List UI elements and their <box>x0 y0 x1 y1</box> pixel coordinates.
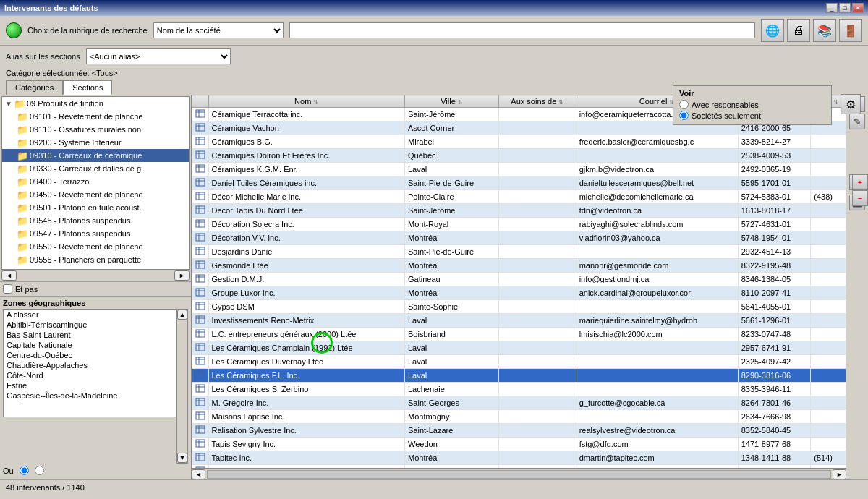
tree-item-09200[interactable]: 📁 09200 - Systeme Intérieur <box>2 136 189 149</box>
table-row[interactable]: Décor Michelle Marie inc. Pointe-Claire … <box>192 190 846 204</box>
exit-icon-button[interactable]: 🚪 <box>839 19 862 42</box>
geo-item-gaspesie[interactable]: Gaspésie--Îles-de-la-Madeleine <box>4 391 176 401</box>
table-row[interactable]: Tony Céramique Terrebonne 5638-6881-01 <box>192 465 846 469</box>
expand-icon-09[interactable]: ▼ <box>5 100 14 108</box>
delete-record-button[interactable]: + <box>852 174 868 190</box>
table-row[interactable]: Céramiques K.G.M. Enr. Laval gjkm.b@vide… <box>192 163 846 176</box>
geo-item-abitibi[interactable]: Abitibi-Témiscamingue <box>4 320 176 330</box>
cell-tel <box>811 218 846 231</box>
et-radio[interactable] <box>35 466 44 475</box>
cell-nom: Céramique Terracotta inc. <box>208 108 405 121</box>
tree-scroll-right[interactable]: ► <box>174 270 190 281</box>
geo-scroll-down[interactable]: ▼ <box>177 453 187 463</box>
table-row[interactable]: Tapis Sevigny Inc. Weedon fstg@dfg.com 1… <box>192 438 846 451</box>
tree-item-09547[interactable]: 📁 09547 - Plafonds suspendus <box>2 227 189 240</box>
svg-rect-30 <box>196 247 205 255</box>
folder-icon-09: 📁 <box>14 98 25 109</box>
cell-tel <box>811 176 846 190</box>
ou-radio[interactable] <box>20 466 29 475</box>
voir-radio-responsables[interactable] <box>679 100 689 109</box>
hscroll-left[interactable]: ◄ <box>192 469 205 479</box>
table-row[interactable]: Les Céramiques Duvernay Ltée Laval 2325-… <box>192 355 846 369</box>
book-icon-button[interactable]: 📚 <box>813 19 836 42</box>
tree-item-09550[interactable]: 📁 09550 - Revetement de planche <box>2 240 189 253</box>
geo-item-capitale[interactable]: Capitale-Nationale <box>4 340 176 350</box>
table-row[interactable]: Ralisation Sylvestre Inc. Saint-Lazare r… <box>192 424 846 438</box>
table-row[interactable]: Céramiques Doiron Et Frères Inc. Québec … <box>192 149 846 163</box>
remove-record-button[interactable]: − <box>852 190 868 206</box>
table-row[interactable]: Gypse DSM Sainte-Sophie 5641-4055-01 <box>192 300 846 314</box>
geo-item-chaudiere[interactable]: Chaudière-Appalaches <box>4 360 176 370</box>
table-row[interactable]: Daniel Tuiles Céramiques inc. Saint-Pie-… <box>192 176 846 190</box>
et-pas-label: Et pas <box>15 285 38 294</box>
table-row[interactable]: Gestion D.M.J. Gatineau info@gestiondmj.… <box>192 273 846 286</box>
tree-item-09400[interactable]: 📁 09400 - Terrazzo <box>2 175 189 188</box>
cell-nom: Gestion D.M.J. <box>208 273 405 286</box>
search-input[interactable] <box>289 22 755 38</box>
geo-item-aclasser[interactable]: A classer <box>4 310 176 320</box>
table-hscrollbar[interactable]: ◄ ► <box>192 468 846 479</box>
table-row[interactable]: M. Grégoire Inc. Saint-Georges g_turcott… <box>192 396 846 410</box>
tree-item-09501[interactable]: 📁 09501 - Plafond en tuile acoust. <box>2 201 189 214</box>
cell-ville: Laval <box>405 341 499 355</box>
geo-scroll-up[interactable]: ▲ <box>177 310 187 320</box>
tree-item-09330[interactable]: 📁 09330 - Carreaux et dalles de g <box>2 162 189 175</box>
globe-icon-button[interactable]: 🌐 <box>761 19 784 42</box>
geo-item-bas[interactable]: Bas-Saint-Laurent <box>4 330 176 340</box>
table-row[interactable]: Investissements Reno-Metrix Laval marieq… <box>192 314 846 328</box>
table-row[interactable]: Gesmonde Ltée Montréal manonr@gesmonde.c… <box>192 259 846 273</box>
hscroll-right[interactable]: ► <box>833 469 846 479</box>
cell-nom: Desjardins Daniel <box>208 245 405 259</box>
tree-item-09545[interactable]: 📁 09545 - Plafonds suspendus <box>2 214 189 227</box>
table-row[interactable]: Décoration Solecra Inc. Mont-Royal rabiy… <box>192 218 846 231</box>
tree-item-09310[interactable]: 📁 09310 - Carreaux de céramique <box>2 149 189 162</box>
col-header-nom[interactable]: Nom ⇅ <box>208 95 405 108</box>
alias-select[interactable]: <Aucun alias> <box>86 48 231 64</box>
geo-scrollbar[interactable]: ▲ ▼ <box>176 309 188 464</box>
table-row[interactable]: Les Céramiques F.L. Inc. Laval 8290-3816… <box>192 369 846 383</box>
tab-sections[interactable]: Sections <box>63 80 112 95</box>
hscroll-thumb[interactable] <box>207 470 831 479</box>
cell-ville: Saint-Jérôme <box>405 108 499 121</box>
geo-item-estrie[interactable]: Estrie <box>4 380 176 391</box>
tree-item-09110[interactable]: 📁 09110 - Ossatures murales non <box>2 123 189 136</box>
category-label: Catégorie sélectionnée: <Tous> <box>6 69 118 77</box>
folder-icon-09110: 📁 <box>17 124 28 135</box>
table-row[interactable]: Desjardins Daniel Saint-Pie-de-Guire 293… <box>192 245 846 259</box>
table-row[interactable]: L.C. entrepreneurs généraux (2000) Ltée … <box>192 328 846 341</box>
search-type-select[interactable]: Nom de la société Prénom Nom Courriel <box>153 22 284 38</box>
cell-auxsoinsde <box>499 121 576 135</box>
table-row[interactable]: Les Céramiques S. Zerbino Lachenaie 8335… <box>192 383 846 396</box>
et-pas-checkbox[interactable] <box>3 284 12 294</box>
data-table-container: Nom ⇅ Ville ⇅ Aux soins de ⇅ Courri <box>192 95 846 468</box>
col-header-auxsoinsdde[interactable]: Aux soins de ⇅ <box>499 95 576 108</box>
print-icon-button[interactable]: 🖨 <box>787 19 810 42</box>
cell-courriel: info@gestiondmj.ca <box>576 273 738 286</box>
table-row[interactable]: Maisons Laprise Inc. Montmagny 2634-7666… <box>192 410 846 424</box>
svg-rect-42 <box>196 302 205 310</box>
tree-item-09555[interactable]: 📁 09555 - Planchers en parquette <box>2 253 189 266</box>
edit-record-button[interactable]: ✎ <box>849 114 865 129</box>
table-row[interactable]: Tapitec Inc. Montréal dmartin@tapitec.co… <box>192 451 846 465</box>
tree-item-09101[interactable]: 📁 09101 - Revetement de planche <box>2 110 189 123</box>
maximize-button[interactable]: □ <box>839 3 851 13</box>
voir-settings-icon[interactable]: ⚙ <box>841 94 861 114</box>
table-row[interactable]: Céramiques B.G. Mirabel frederic.basler@… <box>192 135 846 149</box>
table-row[interactable]: Decor Tapis Du Nord Ltee Saint-Jérôme td… <box>192 204 846 218</box>
table-row[interactable]: Les Céramiques Champlain (1992) Ltée Lav… <box>192 341 846 355</box>
tab-categories[interactable]: Catégories <box>6 80 63 95</box>
geo-item-centre[interactable]: Centre-du-Québec <box>4 350 176 360</box>
close-button[interactable]: ✕ <box>852 3 864 13</box>
cell-ville: Gatineau <box>405 273 499 286</box>
table-row[interactable]: Décoration V.V. inc. Montréal vladflorin… <box>192 231 846 245</box>
tree-item-09450[interactable]: 📁 09450 - Revetement de planche <box>2 188 189 201</box>
tree-scroll-left[interactable]: ◄ <box>1 270 17 281</box>
table-row[interactable]: Groupe Luxor Inc. Montréal anick.cardina… <box>192 286 846 300</box>
cell-tel <box>811 163 846 176</box>
voir-radio-societes[interactable] <box>679 111 689 120</box>
geo-item-cote[interactable]: Côte-Nord <box>4 370 176 380</box>
tree-item-09[interactable]: ▼ 📁 09 Produits de finition <box>2 97 189 110</box>
minimize-button[interactable]: _ <box>826 3 838 13</box>
cell-courriel: rabiyaghi@solecrablinds.com <box>576 218 738 231</box>
col-header-ville[interactable]: Ville ⇅ <box>405 95 499 108</box>
